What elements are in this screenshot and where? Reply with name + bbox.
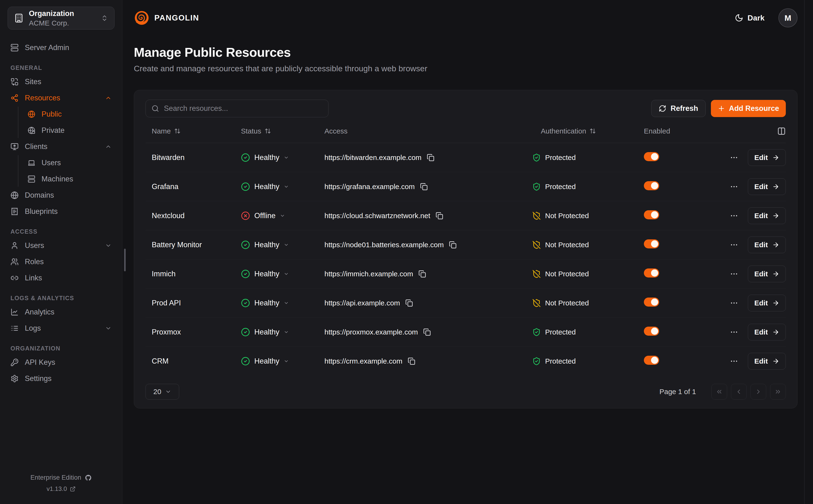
sidebar-item-label: Public xyxy=(41,110,62,118)
auth-cell: Protected xyxy=(532,153,644,162)
enabled-cell xyxy=(644,298,730,309)
sidebar-item-server-admin[interactable]: Server Admin xyxy=(7,40,115,55)
auth-cell: Protected xyxy=(532,182,644,191)
sidebar-item-label: Roles xyxy=(25,257,44,266)
row-menu-button[interactable] xyxy=(730,270,738,278)
table-body: Bitwarden Healthy https://bitwarden.exam… xyxy=(145,143,786,376)
pangolin-logo-icon xyxy=(134,10,150,26)
status-dropdown[interactable]: Healthy xyxy=(241,269,324,278)
github-icon[interactable] xyxy=(85,474,92,481)
sidebar-scrollbar-thumb[interactable] xyxy=(124,249,126,271)
status-dropdown[interactable]: Healthy xyxy=(241,298,324,308)
row-menu-button[interactable] xyxy=(730,182,738,191)
column-header-name[interactable]: Name xyxy=(145,127,241,135)
enabled-toggle[interactable] xyxy=(644,327,659,336)
topbar: PANGOLIN Dark M xyxy=(134,0,798,36)
moon-icon xyxy=(735,14,743,22)
edit-button[interactable]: Edit xyxy=(748,178,786,195)
access-cell: https://cloud.schwartznetwork.net xyxy=(324,212,532,220)
sidebar-item-domains[interactable]: Domains xyxy=(7,188,115,203)
last-page-button[interactable] xyxy=(770,384,786,400)
copy-url-button[interactable] xyxy=(436,212,443,220)
sidebar-item-analytics[interactable]: Analytics xyxy=(7,304,115,320)
columns-icon[interactable] xyxy=(777,127,786,135)
column-header-authentication[interactable]: Authentication xyxy=(532,127,644,135)
sidebar-item-logs[interactable]: Logs xyxy=(7,321,115,336)
status-icon xyxy=(241,269,250,278)
status-dropdown[interactable]: Offline xyxy=(241,211,324,220)
sidebar-item-roles[interactable]: Roles xyxy=(7,254,115,269)
status-dropdown[interactable]: Healthy xyxy=(241,240,324,249)
copy-url-button[interactable] xyxy=(427,154,435,161)
sidebar-item-public[interactable]: Public xyxy=(18,107,115,122)
enabled-toggle[interactable] xyxy=(644,210,659,219)
sidebar-item-api-keys[interactable]: API Keys xyxy=(7,355,115,370)
enabled-toggle[interactable] xyxy=(644,239,659,248)
enabled-toggle[interactable] xyxy=(644,152,659,161)
edit-button[interactable]: Edit xyxy=(748,266,786,282)
next-page-button[interactable] xyxy=(751,384,766,400)
status-dropdown[interactable]: Healthy xyxy=(241,357,324,366)
sidebar-item-client-users[interactable]: Users xyxy=(18,155,115,170)
resources-subnav: Public Private xyxy=(18,107,115,138)
column-header-status[interactable]: Status xyxy=(241,127,324,135)
sidebar-item-users[interactable]: Users xyxy=(7,238,115,253)
copy-url-button[interactable] xyxy=(423,328,431,336)
edit-button[interactable]: Edit xyxy=(748,324,786,340)
enabled-cell xyxy=(644,356,730,367)
enabled-toggle[interactable] xyxy=(644,181,659,190)
enabled-toggle[interactable] xyxy=(644,356,659,365)
sidebar-item-settings[interactable]: Settings xyxy=(7,371,115,386)
edit-button[interactable]: Edit xyxy=(748,149,786,166)
copy-url-button[interactable] xyxy=(420,183,428,190)
edit-button[interactable]: Edit xyxy=(748,207,786,224)
sidebar-item-label: Analytics xyxy=(25,308,54,316)
status-dropdown[interactable]: Healthy xyxy=(241,153,324,162)
sidebar-item-resources[interactable]: Resources xyxy=(7,90,115,106)
sidebar-item-private[interactable]: Private xyxy=(18,123,115,138)
chevron-down-icon xyxy=(284,242,289,247)
chevron-up-icon xyxy=(105,143,112,150)
copy-url-button[interactable] xyxy=(449,241,457,249)
first-page-button[interactable] xyxy=(711,384,727,400)
status-dropdown[interactable]: Healthy xyxy=(241,182,324,191)
edit-button[interactable]: Edit xyxy=(748,237,786,253)
row-menu-button[interactable] xyxy=(730,357,738,365)
org-switcher[interactable]: Organization ACME Corp. xyxy=(8,7,114,30)
chevron-down-icon xyxy=(284,155,289,160)
sidebar-item-blueprints[interactable]: Blueprints xyxy=(7,204,115,219)
refresh-icon xyxy=(659,105,666,112)
sidebar-item-links[interactable]: Links xyxy=(7,270,115,286)
row-menu-button[interactable] xyxy=(730,153,738,162)
row-menu-button[interactable] xyxy=(730,211,738,220)
row-menu-button[interactable] xyxy=(730,299,738,307)
sidebar-item-clients[interactable]: Clients xyxy=(7,139,115,154)
row-menu-button[interactable] xyxy=(730,241,738,249)
avatar[interactable]: M xyxy=(778,8,798,27)
table-row: Proxmox Healthy https://proxmox.example.… xyxy=(145,318,786,347)
sidebar-item-machines[interactable]: Machines xyxy=(18,171,115,187)
chevron-down-icon xyxy=(280,213,285,218)
add-resource-button[interactable]: Add Resource xyxy=(711,100,786,117)
link-icon xyxy=(10,274,19,282)
access-cell: https://node01.batteries.example.com xyxy=(324,241,532,249)
chevron-up-icon xyxy=(105,95,112,101)
theme-toggle[interactable]: Dark xyxy=(735,14,765,22)
version-link[interactable]: v1.13.0 xyxy=(0,485,122,493)
status-dropdown[interactable]: Healthy xyxy=(241,328,324,337)
search-input[interactable] xyxy=(164,104,322,113)
sidebar-item-label: Machines xyxy=(41,175,73,183)
refresh-button[interactable]: Refresh xyxy=(651,100,705,117)
sidebar-item-sites[interactable]: Sites xyxy=(7,74,115,89)
copy-url-button[interactable] xyxy=(419,270,426,278)
copy-url-button[interactable] xyxy=(405,299,413,307)
building-icon xyxy=(14,13,24,23)
enabled-toggle[interactable] xyxy=(644,268,659,278)
copy-url-button[interactable] xyxy=(408,357,415,365)
edit-button[interactable]: Edit xyxy=(748,353,786,370)
page-size-select[interactable]: 20 xyxy=(145,384,179,400)
enabled-toggle[interactable] xyxy=(644,298,659,307)
prev-page-button[interactable] xyxy=(731,384,747,400)
row-menu-button[interactable] xyxy=(730,328,738,336)
edit-button[interactable]: Edit xyxy=(748,295,786,311)
